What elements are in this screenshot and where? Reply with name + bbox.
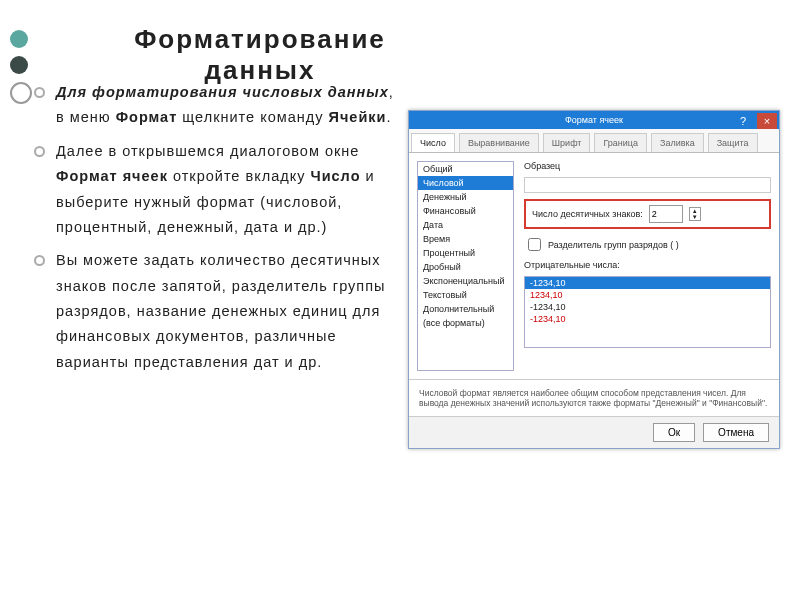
thousands-separator-checkbox[interactable]: Разделитель групп разрядов ( ): [524, 235, 771, 254]
slide-decor: [10, 30, 32, 104]
number-format-list[interactable]: ОбщийЧисловойДенежныйФинансовыйДатаВремя…: [417, 161, 514, 371]
decor-dot-outline: [10, 82, 32, 104]
sample-box: [524, 177, 771, 193]
tab-защита[interactable]: Защита: [708, 133, 758, 152]
ok-button[interactable]: Ок: [653, 423, 695, 442]
negative-option[interactable]: -1234,10: [525, 313, 770, 325]
format-option[interactable]: Дробный: [418, 260, 513, 274]
negative-option[interactable]: -1234,10: [525, 301, 770, 313]
bullet-item: Вы можете задать количество десятичных з…: [40, 248, 395, 375]
format-cells-dialog: Формат ячеек ? × ЧислоВыравниваниеШрифтГ…: [408, 110, 780, 449]
page-title: Форматирование данных: [90, 24, 430, 86]
format-option[interactable]: Числовой: [418, 176, 513, 190]
cancel-button[interactable]: Отмена: [703, 423, 769, 442]
format-option[interactable]: Финансовый: [418, 204, 513, 218]
dialog-tabs: ЧислоВыравниваниеШрифтГраницаЗаливкаЗащи…: [409, 129, 779, 153]
decimal-places-input[interactable]: [649, 205, 683, 223]
bullet-item: Далее в открывшемся диалоговом окне Форм…: [40, 139, 395, 241]
format-option[interactable]: Процентный: [418, 246, 513, 260]
format-option[interactable]: Время: [418, 232, 513, 246]
decor-dot-dark: [10, 56, 28, 74]
decimal-spinner[interactable]: ▲▼: [689, 207, 701, 221]
format-option[interactable]: Общий: [418, 162, 513, 176]
negative-option[interactable]: 1234,10: [525, 289, 770, 301]
tab-заливка[interactable]: Заливка: [651, 133, 704, 152]
sample-label: Образец: [524, 161, 771, 171]
format-hint: Числовой формат является наиболее общим …: [409, 379, 779, 416]
tab-выравнивание[interactable]: Выравнивание: [459, 133, 539, 152]
format-option[interactable]: (все форматы): [418, 316, 513, 330]
format-option[interactable]: Дата: [418, 218, 513, 232]
dialog-title-text: Формат ячеек: [565, 115, 623, 125]
decimal-places-label: Число десятичных знаков:: [532, 209, 643, 219]
tab-число[interactable]: Число: [411, 133, 455, 152]
format-option[interactable]: Денежный: [418, 190, 513, 204]
negative-numbers-list[interactable]: -1234,101234,10-1234,10-1234,10: [524, 276, 771, 348]
decor-dot-teal: [10, 30, 28, 48]
decimal-places-group: Число десятичных знаков: ▲▼: [524, 199, 771, 229]
bullet-item: Для форматирования числовых данных, в ме…: [40, 80, 395, 131]
negative-option[interactable]: -1234,10: [525, 277, 770, 289]
format-option[interactable]: Текстовый: [418, 288, 513, 302]
tab-шрифт[interactable]: Шрифт: [543, 133, 591, 152]
tab-граница[interactable]: Граница: [594, 133, 647, 152]
dialog-titlebar: Формат ячеек ? ×: [409, 111, 779, 129]
close-button[interactable]: ×: [757, 113, 777, 129]
thousands-separator-input[interactable]: [528, 238, 541, 251]
format-option[interactable]: Дополнительный: [418, 302, 513, 316]
thousands-separator-label: Разделитель групп разрядов ( ): [548, 240, 679, 250]
negative-numbers-label: Отрицательные числа:: [524, 260, 771, 270]
dialog-button-row: Ок Отмена: [409, 416, 779, 448]
help-button[interactable]: ?: [733, 113, 753, 129]
format-option[interactable]: Экспоненциальный: [418, 274, 513, 288]
body-text: Для форматирования числовых данных, в ме…: [40, 80, 395, 383]
